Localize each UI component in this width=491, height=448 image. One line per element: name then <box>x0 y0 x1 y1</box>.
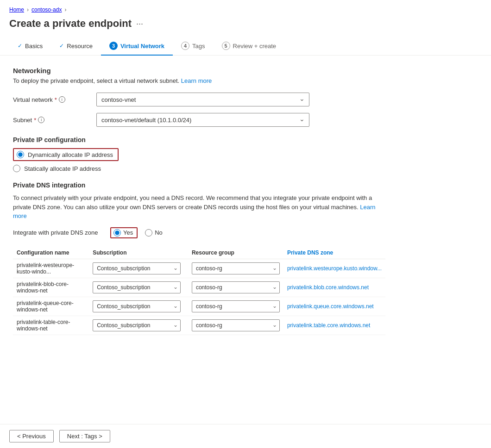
home-link[interactable]: Home <box>9 6 24 13</box>
networking-learn-more-link[interactable]: Learn more <box>181 77 212 84</box>
private-dns-title: Private DNS integration <box>13 181 385 189</box>
integrate-dns-row: Integrate with private DNS zone Yes No <box>13 227 385 238</box>
table-row: privatelink-westeurope-kusto-windo... Co… <box>13 259 385 278</box>
dns-subscription-select-wrapper: Contoso_subscription <box>93 300 181 312</box>
tab-tags[interactable]: 4 Tags <box>173 37 213 56</box>
static-ip-label: Statically allocate IP address <box>24 165 101 172</box>
dns-rg-select[interactable]: contoso-rg <box>192 281 280 293</box>
dns-desc: To connect privately with your private e… <box>13 193 385 221</box>
tab-resource-label: Resource <box>67 43 93 50</box>
dns-config-name: privatelink-queue-core-windows-net <box>13 297 89 316</box>
dns-rg-select[interactable]: contoso-rg <box>192 262 280 274</box>
dns-subscription-select-wrapper: Contoso_subscription <box>93 281 181 293</box>
tab-tags-label: Tags <box>192 43 205 50</box>
dns-yes-radio[interactable] <box>113 229 121 236</box>
dns-no-radio[interactable] <box>145 229 152 236</box>
table-row: privatelink-blob-core-windows-net Contos… <box>13 278 385 297</box>
check-icon-basics: ✓ <box>18 43 22 49</box>
dns-rg-select-wrapper: contoso-rg <box>192 262 280 274</box>
dns-subscription-cell: Contoso_subscription <box>89 278 188 297</box>
virtual-network-row: Virtual network * i contoso-vnet <box>13 93 385 106</box>
dns-config-name: privatelink-table-core-windows-net <box>13 316 89 335</box>
private-ip-radio-group: Dynamically allocate IP address Statical… <box>13 148 385 172</box>
subnet-select[interactable]: contoso-vnet/default (10.1.0.0/24) <box>96 113 309 127</box>
tab-basics[interactable]: ✓ Basics <box>9 38 51 55</box>
static-ip-option[interactable]: Statically allocate IP address <box>13 165 385 172</box>
dns-subscription-cell: Contoso_subscription <box>89 297 188 316</box>
table-row: privatelink-table-core-windows-net Conto… <box>13 316 385 335</box>
networking-title: Networking <box>13 67 385 75</box>
dns-yes-option[interactable]: Yes <box>110 227 138 238</box>
dns-subscription-select[interactable]: Contoso_subscription <box>93 319 181 331</box>
dns-no-option[interactable]: No <box>145 229 163 236</box>
dns-subscription-select[interactable]: Contoso_subscription <box>93 262 181 274</box>
contoso-link[interactable]: contoso-adx <box>31 6 62 13</box>
dns-zone-value: privatelink.westeurope.kusto.window... <box>283 259 385 278</box>
dns-zone-value: privatelink.table.core.windows.net <box>283 316 385 335</box>
col-header-dns: Private DNS zone <box>283 247 385 259</box>
dns-config-name: privatelink-blob-core-windows-net <box>13 278 89 297</box>
dns-subscription-select-wrapper: Contoso_subscription <box>93 262 181 274</box>
subnet-select-wrapper: contoso-vnet/default (10.1.0.0/24) <box>96 113 309 127</box>
dns-subscription-cell: Contoso_subscription <box>89 259 188 278</box>
tab-num-review: 5 <box>222 42 230 50</box>
dns-subscription-select[interactable]: Contoso_subscription <box>93 300 181 312</box>
breadcrumb: Home › contoso-adx › <box>0 0 491 16</box>
dns-zone-value: privatelink.blob.core.windows.net <box>283 278 385 297</box>
dns-rg-cell: contoso-rg <box>188 259 283 278</box>
integrate-dns-label: Integrate with private DNS zone <box>13 229 110 236</box>
tab-review-label: Review + create <box>233 43 277 50</box>
dns-rg-cell: contoso-rg <box>188 278 283 297</box>
tab-basics-label: Basics <box>25 43 43 50</box>
virtual-network-select-wrapper: contoso-vnet <box>96 93 309 106</box>
dynamic-ip-radio[interactable] <box>17 151 24 158</box>
tab-review[interactable]: 5 Review + create <box>214 37 285 56</box>
dns-subscription-select-wrapper: Contoso_subscription <box>93 319 181 331</box>
dns-no-label: No <box>155 229 163 236</box>
page-title: Create a private endpoint <box>9 18 132 30</box>
virtual-network-required: * <box>55 96 57 103</box>
static-ip-radio[interactable] <box>13 165 20 172</box>
more-options-icon[interactable]: ··· <box>136 19 143 29</box>
subnet-label: Subnet * i <box>13 117 96 124</box>
dns-rg-select[interactable]: contoso-rg <box>192 319 280 331</box>
dns-config-name: privatelink-westeurope-kusto-windo... <box>13 259 89 278</box>
tab-virtual-network[interactable]: 3 Virtual Network <box>101 37 173 56</box>
virtual-network-select[interactable]: contoso-vnet <box>96 93 309 106</box>
dns-yes-label: Yes <box>123 229 133 236</box>
virtual-network-info-icon[interactable]: i <box>59 96 65 103</box>
subnet-required: * <box>34 117 36 124</box>
dynamic-ip-label: Dynamically allocate IP address <box>28 151 113 158</box>
col-header-name: Configuration name <box>13 247 89 259</box>
dns-rg-cell: contoso-rg <box>188 316 283 335</box>
networking-desc: To deploy the private endpoint, select a… <box>13 77 385 84</box>
subnet-info-icon[interactable]: i <box>38 117 44 123</box>
dns-rg-select[interactable]: contoso-rg <box>192 300 280 312</box>
main-content: Networking To deploy the private endpoin… <box>0 56 398 346</box>
table-row: privatelink-queue-core-windows-net Conto… <box>13 297 385 316</box>
dns-table: Configuration name Subscription Resource… <box>13 247 385 335</box>
col-header-rg: Resource group <box>188 247 283 259</box>
dns-zone-radio-group: Yes No <box>110 227 163 238</box>
dns-rg-select-wrapper: contoso-rg <box>192 319 280 331</box>
virtual-network-label: Virtual network * i <box>13 96 96 103</box>
tab-virtual-network-label: Virtual Network <box>120 43 164 50</box>
wizard-tabs: ✓ Basics ✓ Resource 3 Virtual Network 4 … <box>0 37 491 56</box>
dns-rg-cell: contoso-rg <box>188 297 283 316</box>
dns-zone-value: privatelink.queue.core.windows.net <box>283 297 385 316</box>
tab-resource[interactable]: ✓ Resource <box>51 38 101 55</box>
col-header-subscription: Subscription <box>89 247 188 259</box>
dns-rg-select-wrapper: contoso-rg <box>192 300 280 312</box>
check-icon-resource: ✓ <box>59 43 64 49</box>
dns-rg-select-wrapper: contoso-rg <box>192 281 280 293</box>
tab-num-tags: 4 <box>181 42 189 50</box>
dns-subscription-cell: Contoso_subscription <box>89 316 188 335</box>
dns-subscription-select[interactable]: Contoso_subscription <box>93 281 181 293</box>
subnet-row: Subnet * i contoso-vnet/default (10.1.0.… <box>13 113 385 127</box>
dynamic-ip-option[interactable]: Dynamically allocate IP address <box>13 148 119 161</box>
page-title-section: Create a private endpoint ··· <box>0 16 491 37</box>
private-ip-title: Private IP configuration <box>13 136 385 143</box>
tab-num-virtual-network: 3 <box>109 42 118 50</box>
